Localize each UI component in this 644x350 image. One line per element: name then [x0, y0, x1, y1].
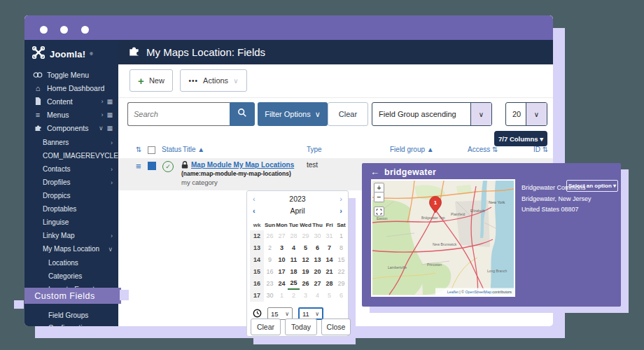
sidebar-item[interactable]: Linguise — [24, 216, 118, 229]
prev-month-arrow[interactable]: ‹ — [251, 206, 258, 215]
calendar-day[interactable]: 19 — [300, 266, 312, 278]
calendar-day[interactable]: 29 — [300, 230, 312, 242]
sidebar-item[interactable]: Banners› — [24, 136, 118, 149]
calendar-day[interactable]: 28 — [288, 230, 300, 242]
calendar-day[interactable]: 6 — [335, 290, 347, 302]
sidebar-item[interactable]: Dropfiles› — [24, 176, 118, 189]
next-month-arrow[interactable]: › — [337, 206, 344, 215]
map-attribution[interactable]: Leaflet | © OpenStreetMap contributors — [447, 290, 512, 294]
sidebar-item[interactable]: Components∨▦ — [24, 121, 118, 134]
calendar-day[interactable]: 10 — [276, 254, 288, 266]
calendar-day[interactable]: 4 — [312, 290, 323, 302]
calendar-day[interactable]: 6 — [312, 242, 323, 254]
sidebar-item-active-custom-fields[interactable]: Custom Fields — [24, 288, 121, 304]
clear-button[interactable]: Clear — [328, 102, 368, 126]
grid-icon[interactable]: ▦ — [106, 125, 113, 132]
page-size-select[interactable]: 20 ∨ — [505, 102, 547, 126]
back-arrow-icon[interactable]: ← — [370, 167, 379, 177]
calendar-day[interactable]: 15 — [335, 254, 347, 266]
row-title-link[interactable]: Map Module My Map Locations — [191, 161, 294, 169]
map[interactable]: Easton Plainfield New York Elizabeth New… — [371, 179, 515, 297]
sidebar-item[interactable]: Categories — [24, 270, 118, 283]
calendar-day[interactable]: 24 — [276, 278, 288, 290]
calendar-day[interactable]: 27 — [312, 278, 323, 290]
calendar-day[interactable]: 1 — [335, 230, 347, 242]
joomla-logo[interactable]: Joomla! ® — [31, 46, 93, 62]
calendar-day[interactable]: 1 — [276, 290, 288, 302]
grid-icon[interactable]: ▦ — [106, 111, 113, 118]
calendar-day[interactable]: 31 — [323, 230, 335, 242]
map-zoom-out-button[interactable]: − — [374, 192, 384, 202]
calendar-day[interactable]: 29 — [335, 278, 347, 290]
calendar-today-button[interactable]: Today — [285, 318, 317, 335]
window-controls[interactable] — [40, 24, 99, 36]
calendar-day[interactable]: 22 — [335, 266, 347, 278]
calendar-day[interactable]: 20 — [312, 266, 323, 278]
calendar-day[interactable]: 8 — [335, 242, 347, 254]
map-fullscreen-button[interactable] — [374, 206, 384, 216]
prev-year-arrow[interactable]: ‹ — [251, 195, 258, 203]
calendar-day[interactable]: 21 — [323, 266, 335, 278]
sidebar-item[interactable]: ⌂Home Dashboard — [24, 81, 118, 94]
sidebar-item[interactable]: ≡Menus›▦ — [24, 108, 118, 121]
calendar-close-button[interactable]: Close — [321, 318, 351, 335]
sidebar-item[interactable]: Configuration — [24, 321, 118, 326]
calendar-day[interactable]: 5 — [323, 290, 335, 302]
calendar-day[interactable]: 28 — [323, 278, 335, 290]
calendar-clear-button[interactable]: Clear — [251, 318, 281, 335]
title-column-header[interactable]: Title ▲ — [183, 146, 204, 153]
calendar-day[interactable]: 9 — [264, 254, 276, 266]
calendar-week-number[interactable]: 15 — [250, 266, 264, 278]
ordering-column-header[interactable]: ⇅ — [136, 146, 141, 153]
calendar-week-number[interactable]: 14 — [250, 254, 264, 266]
filter-options-button[interactable]: Filter Options ∨ — [258, 102, 328, 126]
sidebar-item[interactable]: Content›▦ — [24, 94, 118, 108]
sidebar-item[interactable]: My Maps Location∨ — [24, 242, 118, 255]
status-column-header[interactable]: Status — [162, 146, 181, 153]
search-button[interactable] — [230, 102, 255, 126]
calendar-day[interactable]: 3 — [300, 290, 312, 302]
calendar-day[interactable]: 7 — [323, 242, 335, 254]
calendar-day[interactable]: 30 — [312, 230, 323, 242]
calendar-day[interactable]: 12 — [300, 254, 312, 266]
calendar-day[interactable]: 16 — [264, 266, 276, 278]
sidebar-item[interactable]: Contacts› — [24, 162, 118, 176]
window-dot[interactable] — [81, 26, 89, 34]
status-published-icon[interactable]: ✓ — [162, 161, 174, 172]
sidebar-item[interactable]: Locations — [24, 256, 118, 270]
calendar-day[interactable]: 26 — [264, 230, 276, 242]
calendar-week-number[interactable]: 13 — [250, 242, 264, 254]
calendar-day-selected[interactable]: 25 — [288, 278, 300, 290]
drag-handle[interactable]: ≡ — [136, 161, 141, 172]
field-group-column-header[interactable]: Field group ▲ — [390, 146, 434, 153]
calendar-day[interactable]: 4 — [288, 242, 300, 254]
window-dot[interactable] — [40, 26, 48, 34]
sidebar-item[interactable]: Field Groups — [24, 309, 118, 322]
window-dot[interactable] — [60, 26, 68, 34]
sidebar-item[interactable]: Linky Map› — [24, 229, 118, 242]
select-all-checkbox[interactable] — [148, 146, 155, 155]
calendar-day[interactable]: 30 — [264, 290, 276, 302]
calendar-week-number[interactable]: 12 — [250, 230, 264, 242]
calendar-day[interactable]: 17 — [276, 266, 288, 278]
calendar-day[interactable]: 11 — [288, 254, 300, 266]
calendar-week-number[interactable]: 17 — [250, 290, 264, 302]
calendar-day[interactable]: 18 — [288, 266, 300, 278]
calendar-week-number[interactable]: 16 — [250, 278, 264, 290]
grid-icon[interactable]: ▦ — [106, 98, 113, 105]
calendar-day[interactable]: 23 — [264, 278, 276, 290]
id-column-header[interactable]: ID ⇅ — [533, 146, 548, 153]
map-zoom-in-button[interactable]: + — [374, 183, 384, 192]
next-year-arrow[interactable]: › — [337, 195, 344, 203]
calendar-day[interactable]: 3 — [276, 242, 288, 254]
actions-button[interactable]: ••• Actions ∨ — [180, 69, 247, 92]
calendar-day[interactable]: 2 — [264, 242, 276, 254]
calendar-day[interactable]: 13 — [312, 254, 323, 266]
calendar-day[interactable]: 27 — [276, 230, 288, 242]
columns-button[interactable]: 7/7 Columns ▾ — [494, 131, 547, 146]
row-checkbox[interactable] — [148, 162, 156, 172]
sidebar-item[interactable]: Droppics — [24, 189, 118, 202]
sidebar-item[interactable]: Droptables — [24, 202, 118, 216]
calendar-day[interactable]: 14 — [323, 254, 335, 266]
calendar-day[interactable]: 2 — [288, 290, 300, 302]
